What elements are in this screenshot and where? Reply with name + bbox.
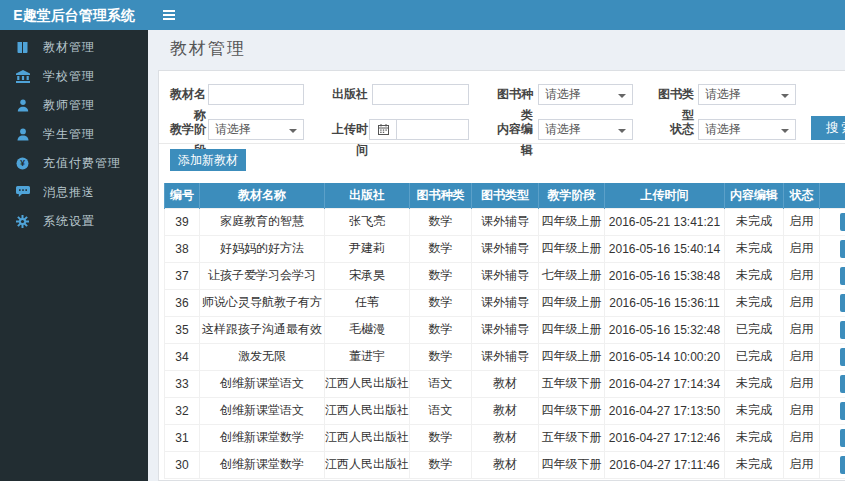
column-header: 状态 bbox=[784, 183, 820, 208]
publisher-input[interactable] bbox=[372, 84, 469, 105]
table-cell: 31 bbox=[165, 424, 200, 451]
table-cell: 五年级下册 bbox=[539, 424, 605, 451]
filter-label: 上传时间 bbox=[327, 119, 368, 140]
column-header: 编号 bbox=[165, 183, 200, 208]
column-header: 教学阶段 bbox=[539, 183, 605, 208]
table-cell: 数学 bbox=[410, 424, 472, 451]
chevron-down-icon bbox=[618, 129, 626, 137]
table-cell: 江西人民出版社 bbox=[325, 424, 410, 451]
sidebar-item-label: 教师管理 bbox=[43, 97, 95, 114]
main-content: 教材管理 教材名称 出版社 图书种类 请选择 图书类型 请选择 教学阶段 请选择 bbox=[148, 30, 845, 481]
row-action-button[interactable] bbox=[840, 348, 845, 366]
table-cell: 启用 bbox=[784, 235, 820, 262]
filter-label: 出版社 bbox=[327, 84, 368, 105]
materials-table: 编号 教材名称 出版社 图书种类 图书类型 教学阶段 上传时间 内容编辑 状态 … bbox=[164, 183, 845, 479]
row-action-button[interactable] bbox=[840, 402, 845, 420]
table-cell: 未完成 bbox=[725, 208, 784, 235]
table-cell: 2016-04-27 17:12:46 bbox=[605, 424, 725, 451]
sidebar-toggle-button[interactable] bbox=[155, 0, 183, 30]
table-cell-actions bbox=[820, 289, 845, 316]
sidebar-item-recharge[interactable]: ¥ 充值付费管理 bbox=[0, 149, 148, 177]
row-action-button[interactable] bbox=[840, 240, 845, 258]
table-cell-actions bbox=[820, 451, 845, 478]
row-action-button[interactable] bbox=[840, 321, 845, 339]
table-cell: 37 bbox=[165, 262, 200, 289]
table-cell: 教材 bbox=[472, 451, 539, 478]
table-cell: 创维新课堂语文 bbox=[200, 370, 325, 397]
book-category-select[interactable]: 请选择 bbox=[538, 84, 633, 105]
table-cell: 江西人民出版社 bbox=[325, 397, 410, 424]
table-cell: 董进宇 bbox=[325, 343, 410, 370]
content-edit-select[interactable]: 请选择 bbox=[538, 119, 633, 140]
row-action-button[interactable] bbox=[840, 213, 845, 231]
material-name-input[interactable] bbox=[208, 84, 304, 105]
table-cell: 教材 bbox=[472, 370, 539, 397]
row-action-button[interactable] bbox=[840, 267, 845, 285]
table-cell: 创维新课堂数学 bbox=[200, 451, 325, 478]
table-cell: 语文 bbox=[410, 370, 472, 397]
search-button[interactable]: 搜索 bbox=[811, 116, 845, 140]
table-cell: 33 bbox=[165, 370, 200, 397]
sidebar-item-schools[interactable]: 学校管理 bbox=[0, 62, 148, 90]
sidebar-item-label: 系统设置 bbox=[43, 213, 95, 230]
table-cell: 数学 bbox=[410, 316, 472, 343]
student-icon bbox=[15, 127, 30, 141]
table-cell: 未完成 bbox=[725, 289, 784, 316]
svg-text:¥: ¥ bbox=[20, 158, 25, 168]
filter-label: 内容编辑 bbox=[488, 119, 533, 140]
table-cell: 师说心灵导航教子有方 bbox=[200, 289, 325, 316]
table-cell-actions bbox=[820, 262, 845, 289]
table-cell: 任苇 bbox=[325, 289, 410, 316]
row-action-button[interactable] bbox=[840, 294, 845, 312]
sidebar-item-settings[interactable]: 系统设置 bbox=[0, 207, 148, 235]
row-action-button[interactable] bbox=[840, 429, 845, 447]
table-cell: 34 bbox=[165, 343, 200, 370]
teaching-stage-select[interactable]: 请选择 bbox=[208, 119, 304, 140]
table-cell: 五年级下册 bbox=[539, 370, 605, 397]
column-header: 教材名称 bbox=[200, 183, 325, 208]
app-logo[interactable]: E趣堂后台管理系统 bbox=[0, 0, 148, 30]
column-header: 出版社 bbox=[325, 183, 410, 208]
book-type-select[interactable]: 请选择 bbox=[698, 84, 796, 105]
table-row: 32创维新课堂语文江西人民出版社语文教材四年级下册2016-04-27 17:1… bbox=[165, 397, 845, 424]
table-row: 38好妈妈的好方法尹建莉数学课外辅导四年级上册2016-05-16 15:40:… bbox=[165, 235, 845, 262]
message-icon bbox=[15, 185, 30, 199]
table-cell: 启用 bbox=[784, 343, 820, 370]
select-value: 请选择 bbox=[545, 120, 581, 139]
table-cell: 启用 bbox=[784, 424, 820, 451]
filter-label: 图书种类 bbox=[488, 84, 533, 105]
table-cell: 30 bbox=[165, 451, 200, 478]
sidebar-item-label: 学生管理 bbox=[43, 126, 95, 143]
table-cell: 四年级上册 bbox=[539, 316, 605, 343]
table-cell: 这样跟孩子沟通最有效 bbox=[200, 316, 325, 343]
row-action-button[interactable] bbox=[840, 456, 845, 474]
status-select[interactable]: 请选择 bbox=[698, 119, 796, 140]
sidebar-item-label: 充值付费管理 bbox=[43, 155, 121, 172]
sidebar-item-label: 学校管理 bbox=[43, 68, 95, 85]
table-cell-actions bbox=[820, 397, 845, 424]
select-value: 请选择 bbox=[215, 120, 251, 139]
sidebar-item-materials[interactable]: 教材管理 bbox=[0, 33, 148, 61]
table-row: 30创维新课堂数学江西人民出版社数学教材四年级下册2016-04-27 17:1… bbox=[165, 451, 845, 478]
chevron-down-icon bbox=[618, 94, 626, 102]
table-cell: 四年级上册 bbox=[539, 289, 605, 316]
bank-icon bbox=[15, 69, 30, 83]
row-action-button[interactable] bbox=[840, 375, 845, 393]
filter-label: 教学阶段 bbox=[160, 119, 206, 140]
table-cell: 启用 bbox=[784, 208, 820, 235]
upload-time-input[interactable] bbox=[396, 119, 469, 140]
table-cell: 江西人民出版社 bbox=[325, 451, 410, 478]
table-row: 37让孩子爱学习会学习宋承昊数学课外辅导七年级上册2016-05-16 15:3… bbox=[165, 262, 845, 289]
table-cell: 启用 bbox=[784, 370, 820, 397]
filter-form: 教材名称 出版社 图书种类 请选择 图书类型 请选择 教学阶段 请选择 上传时间 bbox=[159, 71, 845, 144]
table-cell: 张飞亮 bbox=[325, 208, 410, 235]
sidebar-item-messages[interactable]: 消息推送 bbox=[0, 178, 148, 206]
table-row: 39家庭教育的智慧张飞亮数学课外辅导四年级上册2016-05-21 13:41:… bbox=[165, 208, 845, 235]
sidebar-item-students[interactable]: 学生管理 bbox=[0, 120, 148, 148]
select-value: 请选择 bbox=[545, 85, 581, 104]
table-cell: 数学 bbox=[410, 343, 472, 370]
add-material-button[interactable]: 添加新教材 bbox=[170, 149, 246, 171]
recharge-icon: ¥ bbox=[15, 156, 30, 170]
sidebar-item-teachers[interactable]: 教师管理 bbox=[0, 91, 148, 119]
table-cell: 数学 bbox=[410, 262, 472, 289]
